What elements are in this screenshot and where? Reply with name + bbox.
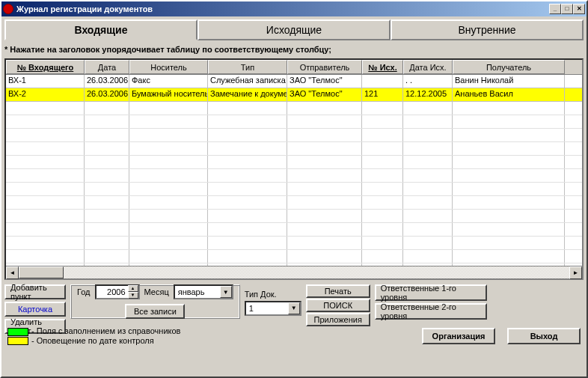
cell: 26.03.2006 [85,88,129,101]
cell: 121 [362,88,403,101]
col-header-type[interactable]: Тип [208,60,287,74]
col-header-number[interactable]: № Входящего [6,60,85,74]
month-label: Месяц [144,287,169,296]
resp2-button[interactable]: Ответственные 2-го уровня [375,303,487,320]
year-input[interactable] [97,287,128,296]
grid-header: № Входящего Дата Носитель Тип Отправител… [6,60,582,75]
doctype-input[interactable] [246,302,288,314]
table-row[interactable]: ВХ-126.03.2006ФаксСлужебная запискаЗАО "… [6,75,582,88]
cell: Служебная записка [208,75,287,88]
add-button[interactable]: Добавить пункт [4,284,66,299]
year-up-icon[interactable]: ▲ [128,285,138,292]
filter-group: Год ▲▼ Месяц ▼ Все записи [70,284,240,319]
year-down-icon[interactable]: ▼ [128,292,138,299]
grid-body[interactable]: ВХ-126.03.2006ФаксСлужебная запискаЗАО "… [6,75,582,266]
cell: Бумажный носитель [129,88,208,101]
scroll-thumb[interactable] [19,266,64,278]
cell: ЗАО "Телмос" [287,88,362,101]
col-header-outnum[interactable]: № Исх. [362,60,403,74]
scroll-left-icon[interactable]: ◄ [6,266,19,279]
doctype-label: Тип Док. [245,290,277,299]
cell [362,75,403,88]
h-scrollbar[interactable]: ◄ ► [6,266,582,278]
data-grid: № Входящего Дата Носитель Тип Отправител… [4,58,584,280]
titlebar: Журнал регистрации документов _ □ ✕ [1,1,587,16]
maximize-button[interactable]: □ [561,4,573,14]
col-header-carrier[interactable]: Носитель [129,60,208,74]
legend-swatch-2 [7,337,28,345]
tab-internal[interactable]: Внутренние [391,19,584,40]
cell: Ванин Николай [453,75,565,88]
exit-button[interactable]: Выход [507,328,581,344]
scroll-right-icon[interactable]: ► [569,266,582,279]
app-icon [3,4,13,14]
scroll-track[interactable] [19,266,569,278]
month-dropdown-icon[interactable]: ▼ [220,286,232,298]
close-button[interactable]: ✕ [573,4,585,14]
minimize-button[interactable]: _ [549,4,561,14]
legend-swatch-1 [7,328,28,336]
month-combo[interactable]: ▼ [174,284,233,299]
col-header-recipient[interactable]: Получатель [453,60,565,74]
col-header-date[interactable]: Дата [85,60,129,74]
year-spinner[interactable]: ▲▼ [95,284,140,299]
all-records-button[interactable]: Все записи [125,304,185,319]
cell: Замечание к докуме [208,88,287,101]
cell: Факс [129,75,208,88]
cell: Ананьев Васил [453,88,565,101]
tab-incoming[interactable]: Входящие [4,19,197,40]
search-button[interactable]: ПОИСК [306,299,370,312]
cell: . . [403,75,453,88]
doctype-combo[interactable]: ▼ [245,301,301,316]
sort-hint: * Нажатие на заголовок упорядочивает таб… [4,43,584,55]
col-header-sender[interactable]: Отправитель [287,60,362,74]
legend-text-1: - Поля с заполнением из справочников [31,326,180,335]
legend-text-2: - Оповещение по дате контроля [31,336,154,345]
cell: 26.03.2006 [85,75,129,88]
cell: ВХ-2 [6,88,85,101]
organization-button[interactable]: Организация [422,328,495,344]
card-button[interactable]: Карточка [4,302,66,317]
month-input[interactable] [175,286,220,298]
cell: 12.12.2005 [403,88,453,101]
table-row[interactable]: ВХ-226.03.2006Бумажный носительЗамечание… [6,88,582,102]
resp1-button[interactable]: Ответственные 1-го уровня [375,284,487,301]
legend: - Поля с заполнением из справочников - О… [7,326,180,345]
tab-outgoing[interactable]: Исходящие [197,19,391,40]
print-button[interactable]: Печать [306,284,370,298]
tabs: Входящие Исходящие Внутренние [4,19,584,40]
year-label: Год [77,287,91,296]
col-header-outdate[interactable]: Дата Исх. [403,60,453,74]
cell: ВХ-1 [6,75,85,88]
doctype-dropdown-icon[interactable]: ▼ [288,302,300,314]
window-title: Журнал регистрации документов [16,4,549,13]
cell: ЗАО "Телмос" [287,75,362,88]
